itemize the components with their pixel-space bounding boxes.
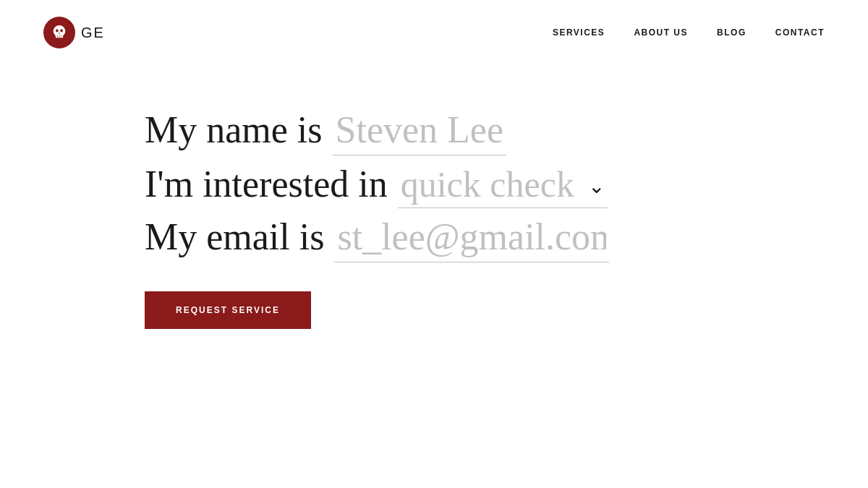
request-service-button[interactable]: REQUEST SERVICE — [145, 291, 311, 329]
nav-item-contact[interactable]: CONTACT — [775, 27, 825, 38]
email-line: My email is — [145, 215, 825, 262]
email-label: My email is — [145, 215, 324, 259]
logo[interactable]: GE — [43, 17, 105, 48]
main-nav: SERVICES ABOUT US BLOG CONTACT — [553, 27, 825, 38]
email-input[interactable] — [334, 215, 609, 262]
name-label: My name is — [145, 108, 323, 152]
contact-form: My name is I'm interested in quick check… — [145, 108, 825, 329]
skull-icon — [43, 17, 75, 48]
logo-text: GE — [81, 25, 105, 41]
nav-item-blog[interactable]: BLOG — [717, 27, 746, 38]
service-label: I'm interested in — [145, 163, 388, 206]
svg-point-3 — [60, 29, 63, 32]
nav-item-services[interactable]: SERVICES — [553, 27, 605, 38]
service-line: I'm interested in quick check quick chec… — [145, 163, 825, 208]
nav-item-about-us[interactable]: ABOUT US — [634, 27, 688, 38]
svg-point-4 — [59, 33, 60, 34]
service-select-wrapper: quick check quick check full audit consu… — [398, 164, 608, 208]
name-line: My name is — [145, 108, 825, 155]
name-input[interactable] — [333, 108, 506, 155]
svg-point-2 — [56, 29, 59, 32]
service-select[interactable]: quick check quick check full audit consu… — [398, 164, 608, 208]
